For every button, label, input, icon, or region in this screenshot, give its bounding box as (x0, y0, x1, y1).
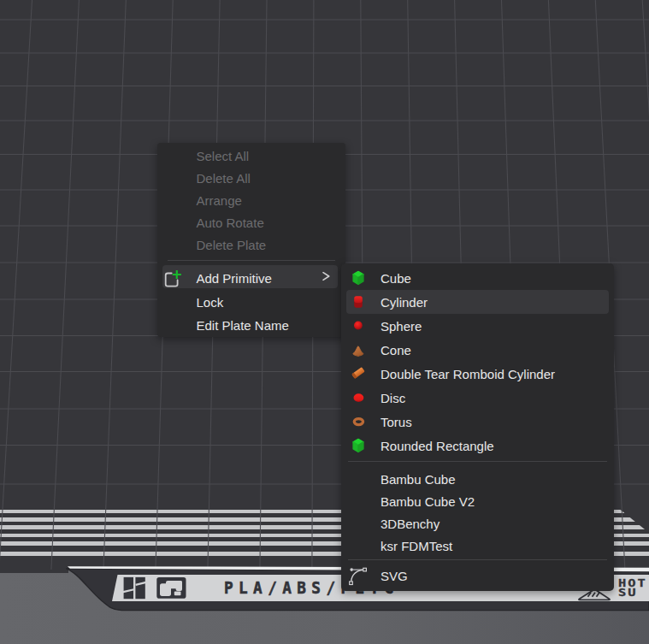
submenu-separator-2 (348, 559, 607, 560)
menu-item-edit-plate-name[interactable]: Edit Plate Name (157, 311, 345, 334)
viewport-3d[interactable]: PLA/ABS/PETG HOT SU Select All Delete Al… (0, 0, 649, 644)
submenu-item-cylinder[interactable]: Cylinder (346, 290, 609, 314)
add-primitive-submenu: Cube Cylinder (341, 263, 614, 591)
menu-item-lock[interactable]: Lock (157, 288, 345, 311)
submenu-arrow-icon (322, 269, 330, 284)
menu-item-select-all[interactable]: Select All (157, 145, 345, 167)
menu-item-delete-all[interactable]: Delete All (157, 167, 345, 189)
submenu-item-cone[interactable]: Cone (341, 338, 614, 362)
hot-surface-text-line2: SU (618, 588, 638, 598)
submenu-item-bambu-cube-v2[interactable]: Bambu Cube V2 (341, 490, 614, 512)
menu-item-auto-rotate[interactable]: Auto Rotate (157, 211, 345, 233)
context-menu: Select All Delete All Arrange Auto Rotat… (157, 143, 345, 337)
submenu-item-3dbenchy[interactable]: 3DBenchy (341, 512, 614, 535)
submenu-item-bambu-cube[interactable]: Bambu Cube (341, 468, 614, 490)
submenu-item-cube[interactable]: Cube (341, 266, 614, 290)
submenu-separator (348, 461, 607, 462)
menu-separator (168, 260, 335, 261)
menu-item-arrange[interactable]: Arrange (157, 189, 345, 211)
menu-item-add-primitive[interactable]: Add Primitive (162, 265, 338, 288)
submenu-item-torus[interactable]: Torus (341, 410, 614, 434)
submenu-item-svg[interactable]: SVG (341, 564, 614, 588)
submenu-item-sphere[interactable]: Sphere (341, 314, 614, 338)
submenu-item-rounded-rectangle[interactable]: Rounded Rectangle (341, 434, 614, 458)
submenu-item-romboid-cylinder[interactable]: Double Tear Romboid Cylinder (341, 362, 614, 386)
menu-item-delete-plate[interactable]: Delete Plate (157, 233, 345, 256)
submenu-item-ksr-fdmtest[interactable]: ksr FDMTest (341, 535, 614, 557)
plate-type-logo-icon (156, 577, 186, 599)
submenu-item-disc[interactable]: Disc (341, 386, 614, 410)
